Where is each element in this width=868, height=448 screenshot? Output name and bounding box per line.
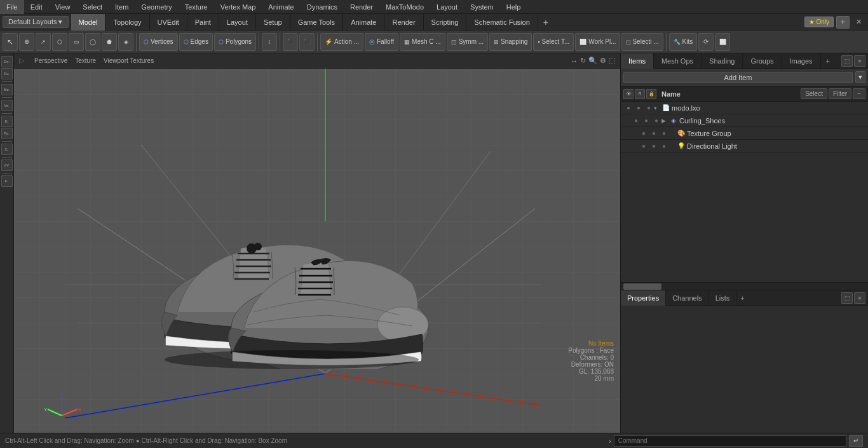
rect-tool-btn[interactable]: ▭ xyxy=(69,33,84,51)
menu-dynamics[interactable]: Dynamics xyxy=(301,0,344,14)
tab-mesh-ops[interactable]: Mesh Ops xyxy=(654,53,702,69)
snap-tool-btn[interactable]: ⊕ xyxy=(19,33,34,51)
menu-view[interactable]: View xyxy=(49,0,77,14)
item-row-texture-group[interactable]: ● ● ● 🎨 Texture Group xyxy=(621,127,868,140)
menu-select[interactable]: Select xyxy=(76,0,109,14)
left-tool-f[interactable]: F: xyxy=(1,175,13,187)
poly-tool-btn[interactable]: ⬡ xyxy=(52,33,67,51)
viewport-move-ctrl[interactable]: ↔ xyxy=(571,57,578,65)
item-eye-tex[interactable]: ● xyxy=(639,128,649,139)
left-tool-du[interactable]: Du. xyxy=(1,68,13,79)
render-eye-icon[interactable]: R xyxy=(635,89,645,99)
falloff-btn[interactable]: ◎ Falloff xyxy=(365,33,398,51)
item-eye2-tex[interactable]: ● xyxy=(649,128,659,139)
item-eye3-tex[interactable]: ● xyxy=(659,128,669,139)
menu-animate[interactable]: Animate xyxy=(262,0,300,14)
move-btn[interactable]: ↕ xyxy=(262,33,277,51)
props-tab-lists[interactable]: Lists xyxy=(709,290,737,306)
item-eye-light[interactable]: ● xyxy=(639,141,649,151)
left-tool-c[interactable]: C: xyxy=(1,144,13,155)
menu-vertexmap[interactable]: Vertex Map xyxy=(214,0,262,14)
tab-items[interactable]: Items xyxy=(621,53,654,69)
layout-tab-animate[interactable]: Animate xyxy=(343,14,384,31)
layout-tab-render[interactable]: Render xyxy=(384,14,423,31)
selecti-btn[interactable]: ◻ Selecti ... xyxy=(621,33,663,51)
props-expand-btn[interactable]: ⬚ xyxy=(841,292,853,304)
menu-render[interactable]: Render xyxy=(344,0,379,14)
menu-layout[interactable]: Layout xyxy=(430,0,464,14)
left-tool-ve[interactable]: Ve: xyxy=(1,100,13,111)
default-layouts-button[interactable]: Default Layouts ▾ xyxy=(3,16,69,28)
star-button[interactable]: ★ Only xyxy=(804,17,834,27)
items-scrollbar[interactable] xyxy=(621,282,868,290)
snap-btn-1[interactable]: ⬛ xyxy=(283,33,298,51)
layout-tab-gametools[interactable]: Game Tools xyxy=(290,14,344,31)
refresh-btn[interactable]: ⟳ xyxy=(698,33,714,51)
item-row-shoes[interactable]: ● ● ● ▶ ◈ Curling_Shoes xyxy=(621,114,868,127)
visibility-eye-icon[interactable]: 👁 xyxy=(623,89,634,99)
add-layout-button[interactable]: + xyxy=(836,16,850,29)
snapping-btn[interactable]: ⊞ Snapping xyxy=(489,33,532,51)
layout-tab-topology[interactable]: Topology xyxy=(105,14,149,31)
props-tab-properties[interactable]: Properties xyxy=(621,290,666,306)
circle-tool-btn[interactable]: ◯ xyxy=(85,33,100,51)
viewport-collapse-btn[interactable]: ▷ xyxy=(19,57,24,65)
menu-edit[interactable]: Edit xyxy=(24,0,49,14)
items-minus-btn[interactable]: − xyxy=(853,88,865,99)
panel-tab-add[interactable]: + xyxy=(821,57,835,65)
item-toggle-modo[interactable]: ▾ xyxy=(654,105,661,111)
select-t-btn[interactable]: ▪ Select T... xyxy=(533,33,574,51)
viewport-textures[interactable]: Viewport Textures xyxy=(104,57,154,64)
viewport-gear-ctrl[interactable]: ⚙ xyxy=(600,57,606,65)
action-tool-btn[interactable]: ↗ xyxy=(36,33,51,51)
snap-btn-2[interactable]: ⬛ xyxy=(299,33,315,51)
item-eye2-shoes[interactable]: ● xyxy=(641,116,651,126)
item-eye-shoes[interactable]: ● xyxy=(631,116,641,126)
kits-btn[interactable]: 🔧 Kits xyxy=(669,33,698,51)
viewport-perspective[interactable]: Perspective xyxy=(34,57,67,64)
layout-tab-paint[interactable]: Paint xyxy=(187,14,219,31)
left-tool-po[interactable]: Po: xyxy=(1,128,13,139)
left-tool-de[interactable]: De: xyxy=(1,56,13,67)
work-pl-btn[interactable]: ⬜ Work Pl... xyxy=(575,33,620,51)
layout-tab-layout[interactable]: Layout xyxy=(219,14,256,31)
left-tool-uv[interactable]: UV: xyxy=(1,160,13,171)
item-eye3-modo[interactable]: ● xyxy=(644,103,654,113)
tab-groups[interactable]: Groups xyxy=(743,53,782,69)
vertices-btn[interactable]: ⬡ Vertices xyxy=(139,33,178,51)
left-tool-me[interactable]: Me: xyxy=(1,84,13,95)
item-eye-modo[interactable]: ● xyxy=(623,103,634,113)
left-tool-e[interactable]: E: xyxy=(1,116,13,127)
fullscreen-btn[interactable]: ⬜ xyxy=(715,33,730,51)
item-eye2-light[interactable]: ● xyxy=(649,141,659,151)
props-tab-add[interactable]: + xyxy=(736,294,748,302)
viewport-grid-ctrl[interactable]: ⬚ xyxy=(609,57,615,65)
tab-shading[interactable]: Shading xyxy=(702,53,743,69)
props-tab-channels[interactable]: Channels xyxy=(666,290,709,306)
shape-tool-btn[interactable]: ⬟ xyxy=(102,33,117,51)
menu-geometry[interactable]: Geometry xyxy=(135,0,178,14)
menu-maxtomodo[interactable]: MaxToModo xyxy=(379,0,430,14)
lock-icon[interactable]: 🔒 xyxy=(646,89,656,99)
panel-options-btn[interactable]: ≡ xyxy=(854,55,865,67)
item-row-dir-light[interactable]: ● ● ● 💡 Directional Light xyxy=(621,140,868,153)
item-eye3-light[interactable]: ● xyxy=(659,141,669,151)
filter-button[interactable]: Filter xyxy=(829,88,851,99)
layout-tab-model[interactable]: Model xyxy=(71,14,106,31)
viewport-3d[interactable]: No Items Polygons : Face Channels: 0 Def… xyxy=(14,69,620,433)
add-item-button[interactable]: Add Item xyxy=(623,72,853,83)
item-eye2-modo[interactable]: ● xyxy=(634,103,644,113)
layout-tab-uvedit[interactable]: UVEdit xyxy=(150,14,187,31)
menu-file[interactable]: File xyxy=(0,0,24,14)
item-toggle-shoes[interactable]: ▶ xyxy=(661,118,669,124)
viewport-texture[interactable]: Texture xyxy=(75,57,96,64)
scrollbar-thumb[interactable] xyxy=(623,283,661,290)
action-dropdown-btn[interactable]: ⚡ Action ... xyxy=(320,33,363,51)
menu-item[interactable]: Item xyxy=(109,0,135,14)
layout-tab-setup[interactable]: Setup xyxy=(256,14,290,31)
symm-btn[interactable]: ◫ Symm ... xyxy=(447,33,488,51)
layout-tab-scripting[interactable]: Scripting xyxy=(424,14,467,31)
layout-tab-schematic[interactable]: Schematic Fusion xyxy=(466,14,538,31)
extra-tool-btn[interactable]: ◈ xyxy=(118,33,133,51)
viewport-zoom-ctrl[interactable]: 🔍 xyxy=(588,57,597,65)
